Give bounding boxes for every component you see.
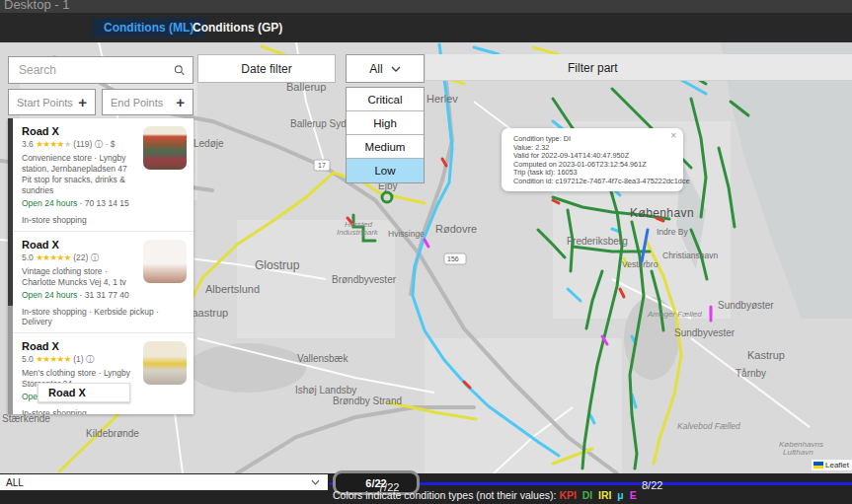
condition-tooltip: × Condition type: DI Value: 2.32 Valid f… — [502, 128, 683, 191]
filter-part-label: Filter part — [568, 61, 618, 75]
severity-menu: Critical High Medium Low — [346, 87, 425, 183]
info-icon: ⓘ — [91, 252, 100, 262]
list-item[interactable]: Road X 3.6 ★★★★★ (119) ⓘ · $ Convenience… — [8, 118, 194, 232]
rating-value: 3.6 — [22, 139, 34, 149]
plus-icon: + — [78, 94, 87, 110]
start-points-button[interactable]: Start Points + — [8, 89, 96, 115]
condition-type-value: ALL — [6, 477, 24, 488]
search-box — [8, 56, 194, 84]
legend-di: DI — [582, 489, 593, 501]
list-item[interactable]: Road X 5.0 ★★★★★ (22) ⓘ Vintage clothing… — [8, 232, 194, 333]
severity-option-low[interactable]: Low — [347, 159, 424, 182]
place-chip-overlay: Road X — [38, 383, 130, 402]
date-filter-label: Date filter — [241, 62, 291, 76]
info-icon: ⓘ — [95, 139, 104, 149]
date-filter-button[interactable]: Date filter — [197, 54, 336, 83]
chevron-down-icon — [311, 479, 320, 485]
severity-option-critical[interactable]: Critical — [347, 88, 424, 111]
tab-conditions-gp[interactable]: Conditions (GP) — [181, 18, 294, 37]
review-count: (22) — [73, 252, 88, 262]
place-tags: In-store shopping · Kerbside pickup · De… — [22, 307, 186, 326]
legend-e: E — [630, 489, 637, 501]
results-panel: Road X 3.6 ★★★★★ (119) ⓘ · $ Convenience… — [8, 118, 194, 414]
review-count: (1) — [73, 354, 83, 364]
chevron-down-icon — [391, 66, 401, 72]
open-status: Open 24 hours — [22, 290, 77, 300]
info-icon: ⓘ — [86, 354, 95, 364]
filter-part-bar[interactable]: Filter part — [426, 54, 852, 81]
price-level: · $ — [106, 139, 116, 149]
legend-kpi: KPI — [559, 489, 577, 501]
open-status: Open 24 hours — [22, 198, 77, 208]
slider-tick-8-22: 8/22 — [642, 479, 662, 491]
list-scrollbar[interactable] — [8, 118, 13, 414]
place-category: Convenience store · Lyngby station, Jern… — [22, 153, 138, 175]
review-count: (119) — [73, 139, 92, 149]
place-hours: Open 24 hours · 31 31 77 40 — [22, 290, 138, 300]
tooltip-condition-id: Condition id: c197212e-7467-4f7c-8ea3-47… — [513, 178, 673, 186]
open-extra: · 70 13 14 15 — [80, 198, 129, 208]
rating-value: 5.0 — [22, 252, 34, 262]
bottom-bar: ALL 6/22 7/22 8/22 Colors indicate condi… — [0, 473, 852, 504]
search-input[interactable] — [17, 62, 174, 78]
place-tags: In-store shopping — [22, 408, 186, 414]
stars-filled: ★★★★★ — [36, 354, 71, 364]
severity-option-medium[interactable]: Medium — [347, 135, 424, 159]
legend-mu: μ — [617, 489, 623, 501]
rating-value: 5.0 — [22, 354, 34, 364]
legend: Colors indicate condition types (not the… — [333, 489, 637, 501]
flag-icon — [813, 462, 823, 468]
tab-bar: Conditions (ML) Conditions (GP) — [0, 13, 852, 42]
place-photo[interactable] — [143, 126, 187, 170]
stars-empty: ★ — [64, 139, 71, 149]
close-icon[interactable]: × — [670, 130, 676, 141]
start-points-label: Start Points — [17, 97, 73, 108]
list-scrollbar-thumb[interactable] — [8, 118, 13, 306]
window-title: Desktop - 1 — [4, 0, 69, 12]
place-photo[interactable] — [143, 341, 187, 385]
plus-icon: + — [176, 94, 185, 110]
severity-dropdown[interactable]: All — [346, 54, 425, 83]
open-extra: · 31 31 77 40 — [80, 290, 129, 300]
stars-filled: ★★★★★ — [36, 252, 71, 262]
map-attribution[interactable]: Leaflet — [812, 460, 852, 470]
legend-iri: IRI — [598, 489, 611, 501]
search-icon[interactable] — [174, 62, 185, 78]
end-points-label: End Points — [111, 97, 163, 108]
attribution-link[interactable]: Leaflet — [825, 461, 849, 469]
place-category: Vintage clothing store · Charlotte Munck… — [22, 266, 138, 288]
stars-filled: ★★★★ — [36, 139, 63, 149]
end-points-button[interactable]: End Points + — [102, 89, 194, 115]
severity-option-high[interactable]: High — [347, 111, 424, 135]
place-photo[interactable] — [143, 240, 187, 283]
place-description: Pit stop for snacks, drinks & sundries — [22, 175, 138, 196]
severity-value: All — [369, 62, 382, 76]
condition-type-select[interactable]: ALL — [0, 474, 328, 490]
road-shield-17: 17 — [318, 162, 326, 169]
place-tags: In-store shopping — [22, 215, 186, 225]
road-shield-156: 156 — [447, 255, 459, 262]
place-hours: Open 24 hours · 70 13 14 15 — [22, 198, 138, 208]
app-window: Desktop - 1 Conditions (ML) Conditions (… — [0, 0, 852, 504]
legend-text: Colors indicate condition types (not the… — [333, 489, 556, 501]
window-titlebar: Desktop - 1 — [0, 0, 852, 13]
